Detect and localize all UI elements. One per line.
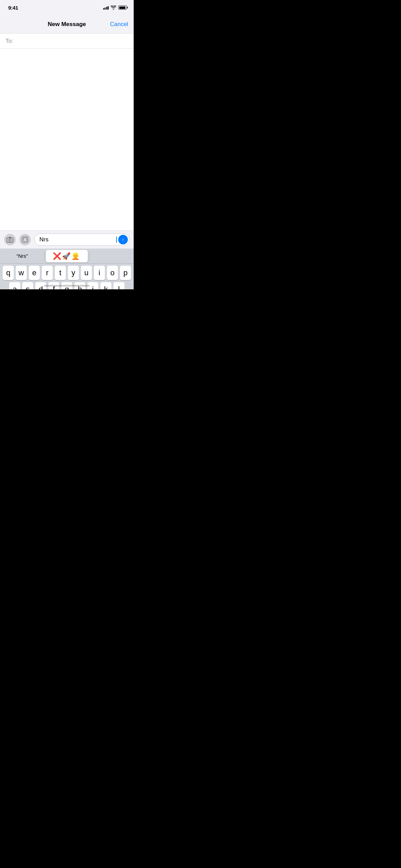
send-arrow-icon: ↑ — [122, 237, 124, 242]
to-input[interactable] — [16, 38, 128, 45]
vertical-divider-2 — [89, 251, 89, 261]
svg-text:A: A — [23, 237, 27, 242]
predictive-bar: "Nrs" ❌🚀👱 — [0, 249, 134, 264]
text-cursor — [116, 237, 117, 243]
predictive-left-label: "Nrs" — [16, 253, 28, 259]
signal-bar-2 — [105, 8, 106, 10]
message-input-text: Nrs — [39, 236, 116, 243]
status-time: 9:41 — [8, 5, 18, 11]
status-icons — [103, 5, 127, 10]
page-title: New Message — [48, 21, 86, 28]
status-bar: 9:41 — [0, 0, 134, 15]
keyboard-row-1: q w e r t y u i o p — [0, 264, 134, 280]
message-input-wrapper[interactable]: Nrs ↑ — [34, 233, 130, 246]
predictive-middle[interactable]: ❌🚀👱 — [46, 250, 87, 262]
battery-icon — [118, 5, 127, 10]
screen: 9:41 New Message Cancel — [0, 0, 134, 289]
to-label: To: — [5, 38, 13, 45]
battery-fill — [119, 7, 125, 9]
to-field[interactable]: To: — [0, 34, 134, 49]
signal-bars — [103, 5, 109, 10]
key-u[interactable]: u — [81, 266, 92, 280]
send-button[interactable]: ↑ — [118, 235, 128, 244]
signal-bar-3 — [106, 7, 107, 10]
svg-rect-0 — [7, 238, 13, 242]
svg-point-1 — [9, 239, 11, 241]
message-area[interactable] — [0, 49, 134, 230]
camera-icon — [7, 237, 13, 243]
key-s[interactable]: s — [22, 282, 33, 289]
key-l[interactable]: l — [113, 282, 124, 289]
key-p[interactable]: p — [120, 266, 131, 280]
home-indicator — [44, 285, 90, 287]
nav-header: New Message Cancel — [0, 15, 134, 34]
key-w[interactable]: w — [16, 266, 27, 280]
predictive-right[interactable] — [91, 250, 132, 262]
key-a[interactable]: a — [9, 282, 20, 289]
appstore-icon: A — [21, 236, 29, 243]
key-t[interactable]: t — [55, 266, 66, 280]
key-e[interactable]: e — [29, 266, 40, 280]
signal-bar-4 — [108, 6, 109, 10]
key-k[interactable]: k — [100, 282, 111, 289]
key-o[interactable]: o — [107, 266, 118, 280]
input-bar: A Nrs ↑ — [0, 230, 134, 249]
key-r[interactable]: r — [42, 266, 53, 280]
predictive-left[interactable]: "Nrs" — [1, 250, 43, 262]
signal-bar-1 — [103, 8, 104, 10]
wifi-icon — [111, 5, 116, 10]
key-q[interactable]: q — [3, 266, 14, 280]
appstore-button[interactable]: A — [19, 234, 31, 245]
vertical-divider-1 — [44, 251, 45, 261]
cancel-button[interactable]: Cancel — [110, 21, 128, 28]
predictive-middle-emoji: ❌🚀👱 — [53, 252, 81, 260]
key-i[interactable]: i — [94, 266, 105, 280]
camera-button[interactable] — [4, 234, 16, 245]
key-y[interactable]: y — [68, 266, 79, 280]
